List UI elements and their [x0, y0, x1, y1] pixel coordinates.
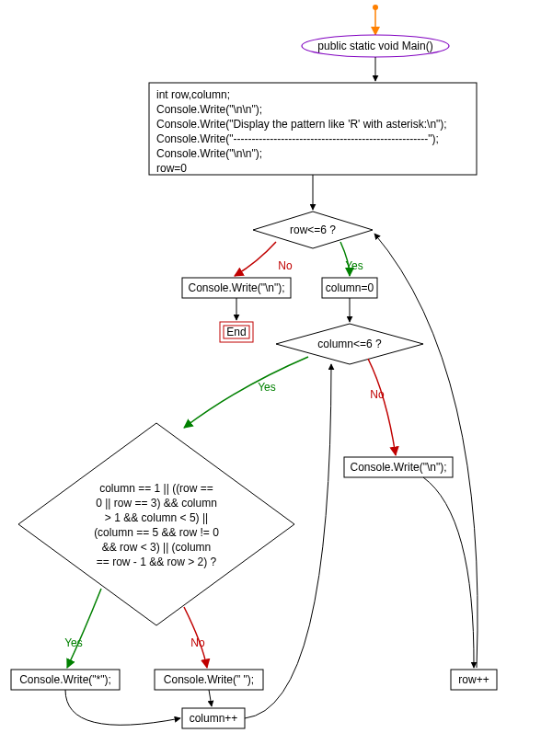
start-dot: [373, 5, 378, 10]
big-l4: (column == 5 && row != 0: [94, 526, 219, 539]
process-write-star-label: Console.Write("*");: [19, 673, 111, 686]
process-col-no-label: Console.Write("\n");: [351, 461, 447, 474]
edge-row-no: [235, 242, 276, 276]
init-l2: Console.Write("\n\n");: [156, 103, 262, 116]
terminator-main-label: public static void Main(): [317, 40, 432, 52]
edge-col-no: [368, 359, 396, 455]
label-big-yes: Yes: [64, 636, 83, 649]
init-l4: Console.Write("-------------------------…: [156, 132, 439, 145]
process-col-init-label: column=0: [326, 281, 374, 294]
label-col-no: No: [370, 388, 385, 401]
edge-colno-to-rowinc: [423, 477, 474, 668]
label-col-yes: Yes: [258, 381, 276, 394]
big-l2: 0 || row == 3) && column: [96, 497, 217, 510]
process-row-no-label: Console.Write("\n");: [189, 281, 285, 294]
edge-rowinc-loopback: [374, 234, 478, 668]
edge-star-to-colinc: [65, 690, 180, 725]
big-l3: > 1 && column < 5) ||: [105, 511, 208, 524]
label-big-no: No: [190, 636, 205, 649]
flowchart-diagram: public static void Main() int row,column…: [0, 0, 541, 756]
label-row-no: No: [278, 259, 293, 272]
init-l5: Console.Write("\n\n");: [156, 147, 262, 160]
big-l1: column == 1 || ((row ==: [99, 482, 213, 495]
end-label: End: [226, 326, 246, 338]
process-row-inc-label: row++: [458, 673, 489, 686]
edge-col-yes: [184, 357, 308, 428]
big-l6: == row - 1 && row > 2) ?: [97, 556, 217, 568]
big-l5: && row < 3) || (column: [102, 541, 212, 554]
decision-row-cond: row<=6 ?: [290, 223, 336, 236]
label-row-yes: Yes: [345, 259, 363, 272]
process-write-space-label: Console.Write(" ");: [164, 673, 254, 686]
init-l3: Console.Write("Display the pattern like …: [156, 118, 447, 131]
process-col-inc-label: column++: [190, 712, 238, 725]
edge-big-yes: [67, 589, 101, 668]
decision-col-cond: column<=6 ?: [317, 338, 382, 350]
init-l6: row=0: [156, 162, 187, 175]
init-l1: int row,column;: [156, 88, 230, 101]
edge-space-to-colinc: [209, 690, 212, 706]
